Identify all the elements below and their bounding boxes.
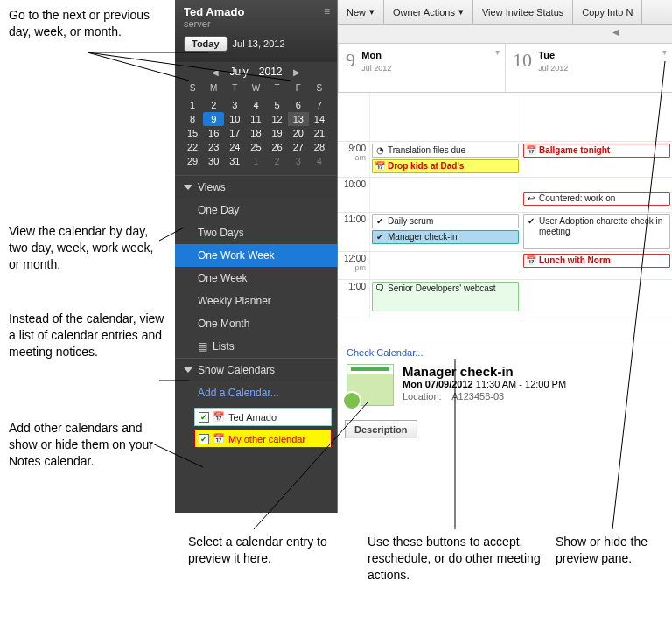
day-menu-icon[interactable]: ▾ <box>662 47 667 57</box>
user-role: server <box>184 18 328 29</box>
mini-cal-month: July <box>229 66 248 78</box>
day-menu-icon[interactable]: ▾ <box>495 47 500 57</box>
grid-cell[interactable] <box>369 252 521 279</box>
check-icon: ✔ <box>374 216 385 227</box>
mini-cal-day[interactable]: 17 <box>224 126 245 140</box>
annotation: View the calendar by day, two day, week,… <box>9 223 166 273</box>
prev-month-icon[interactable]: ◀ <box>212 67 219 77</box>
mini-cal-day[interactable]: 8 <box>182 112 203 126</box>
grid-cell[interactable]: ◔Translation files due 📅Drop kids at Dad… <box>369 142 521 177</box>
view-option[interactable]: One Week <box>175 267 337 290</box>
mini-cal-day[interactable]: 1 <box>182 98 203 112</box>
owner-actions-button[interactable]: Owner Actions▾ <box>384 0 473 24</box>
view-invitee-status-button[interactable]: View Invitee Status <box>473 0 573 24</box>
mini-cal-day[interactable]: 9 <box>203 112 224 126</box>
mini-cal-day[interactable]: 11 <box>245 112 266 126</box>
checkbox-icon[interactable]: ✔ <box>199 434 209 444</box>
annotation: Show or hide the preview pane. <box>556 534 669 567</box>
mini-cal-day[interactable]: 3 <box>288 154 309 168</box>
mini-cal-day[interactable]: 12 <box>267 112 288 126</box>
grid-cell[interactable]: 🗨Senior Developers' webcast <box>369 280 521 318</box>
list-icon: ▤ <box>198 340 207 353</box>
new-button[interactable]: New▾ <box>338 0 384 24</box>
mini-cal-day[interactable]: 2 <box>267 154 288 168</box>
event[interactable]: 📅Ballgame tonight <box>523 144 670 158</box>
grid-cell[interactable]: ✔User Adoption charette check in meeting <box>521 213 672 251</box>
event-selected[interactable]: ✔Manager check-in <box>372 230 519 244</box>
show-calendars-title: Show Calendars <box>198 364 275 376</box>
view-option[interactable]: Two Days <box>175 221 337 244</box>
mini-cal-day[interactable]: 21 <box>309 126 330 140</box>
grid-cell[interactable]: 📅Ballgame tonight <box>521 142 672 177</box>
copy-into-button[interactable]: Copy Into N <box>573 0 642 24</box>
calendar-icon: 📅 <box>213 433 225 444</box>
event[interactable]: ✔User Adoption charette check in meeting <box>523 214 670 249</box>
next-month-icon[interactable]: ▶ <box>293 67 300 77</box>
event[interactable]: 📅Drop kids at Dad's <box>372 159 519 173</box>
calendar-chip-primary[interactable]: ✔ 📅 Ted Amado <box>194 408 332 426</box>
mini-cal-day[interactable]: 20 <box>288 126 309 140</box>
view-option[interactable]: One Day <box>175 199 337 221</box>
add-calendar-link[interactable]: Add a Calendar... <box>175 382 337 404</box>
meeting-icon <box>346 364 394 406</box>
event[interactable]: ✔Daily scrum <box>372 214 519 228</box>
mini-cal-day[interactable]: 13 <box>288 112 309 126</box>
mini-cal-day[interactable]: 30 <box>203 154 224 168</box>
collapse-arrow-icon[interactable]: ◀ <box>612 27 620 37</box>
grid-cell[interactable] <box>369 178 521 212</box>
view-option[interactable]: One Month <box>175 312 337 335</box>
today-button[interactable]: Today <box>184 36 228 52</box>
event[interactable]: 🗨Senior Developers' webcast <box>372 282 519 312</box>
lists-option[interactable]: ▤Lists <box>175 335 337 358</box>
mini-cal-day[interactable]: 24 <box>224 140 245 154</box>
grid-cell[interactable] <box>521 280 672 318</box>
preview-location: Location: A123456-03 <box>402 391 566 402</box>
mini-cal-day[interactable]: 3 <box>224 98 245 112</box>
views-section-header[interactable]: Views <box>175 175 337 199</box>
day-header-tue: 10 Tue Jul 2012 ▾ <box>505 44 672 92</box>
mini-cal-day[interactable]: 25 <box>245 140 266 154</box>
grid-cell[interactable]: ↩Countered: work on <box>521 178 672 212</box>
menu-icon[interactable]: ≡ <box>324 5 330 18</box>
mini-cal-day[interactable]: 4 <box>245 98 266 112</box>
mini-cal-day[interactable]: 31 <box>224 154 245 168</box>
mini-cal-day[interactable]: 15 <box>182 126 203 140</box>
checkbox-icon[interactable]: ✔ <box>199 412 209 423</box>
grid-cell[interactable] <box>369 93 521 141</box>
calendar-icon: 📅 <box>213 411 225 423</box>
mini-cal-day[interactable]: 22 <box>182 140 203 154</box>
description-tab[interactable]: Description <box>345 420 417 438</box>
calendar-icon: 📅 <box>526 145 536 156</box>
check-calendar-link[interactable]: Check Calendar... <box>338 342 431 363</box>
mini-cal-day[interactable]: 19 <box>267 126 288 140</box>
calendar-icon: 📅 <box>374 161 385 172</box>
mini-cal-day[interactable]: 6 <box>288 98 309 112</box>
mini-cal-dow: M <box>203 81 224 94</box>
calendar-icon: 📅 <box>526 256 536 266</box>
mini-cal-day[interactable]: 16 <box>203 126 224 140</box>
view-option[interactable]: One Work Week <box>175 244 337 267</box>
mini-cal-day[interactable]: 4 <box>309 154 330 168</box>
view-option[interactable]: Weekly Planner <box>175 290 337 312</box>
event[interactable]: 📅Lunch with Norm <box>523 254 670 268</box>
mini-cal-dow: W <box>245 81 266 94</box>
mini-cal-day[interactable]: 27 <box>288 140 309 154</box>
mini-cal-day[interactable]: 5 <box>267 98 288 112</box>
grid-cell[interactable]: 📅Lunch with Norm <box>521 252 672 279</box>
mini-cal-day[interactable]: 1 <box>245 154 266 168</box>
mini-cal-day[interactable]: 28 <box>309 140 330 154</box>
mini-cal-day[interactable]: 18 <box>245 126 266 140</box>
mini-cal-day[interactable]: 26 <box>267 140 288 154</box>
mini-cal-day[interactable]: 7 <box>309 98 330 112</box>
show-calendars-header[interactable]: Show Calendars <box>175 358 337 382</box>
grid-cell[interactable]: ✔Daily scrum ✔Manager check-in <box>369 213 521 251</box>
event[interactable]: ◔Translation files due <box>372 144 519 158</box>
grid-cell[interactable] <box>521 93 672 141</box>
mini-cal-day[interactable]: 29 <box>182 154 203 168</box>
mini-cal-day[interactable]: 2 <box>203 98 224 112</box>
event[interactable]: ↩Countered: work on <box>523 192 670 206</box>
mini-cal-day[interactable]: 23 <box>203 140 224 154</box>
mini-cal-day[interactable]: 14 <box>309 112 330 126</box>
calendar-chip-other[interactable]: ✔ 📅 My other calendar <box>194 430 332 448</box>
mini-cal-day[interactable]: 10 <box>224 112 245 126</box>
